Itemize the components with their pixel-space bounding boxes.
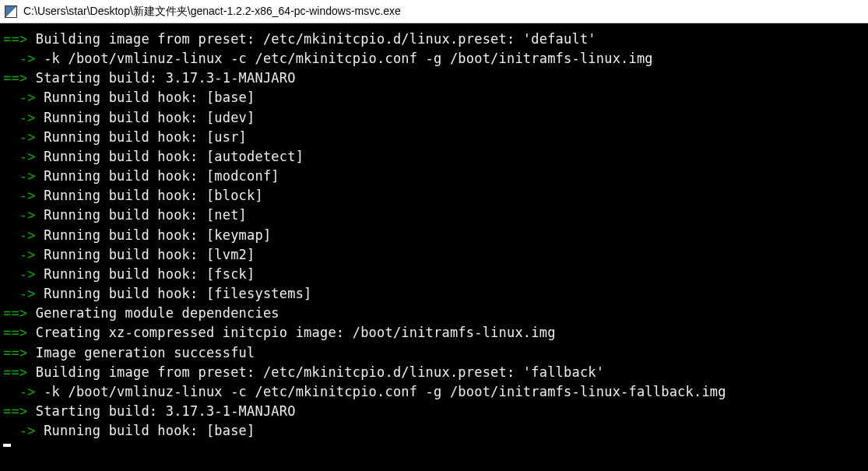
line-text: Running build hook: [net]	[36, 207, 247, 223]
line-prefix: ->	[3, 286, 36, 301]
line-prefix: ->	[3, 423, 36, 438]
terminal-line: -> -k /boot/vmlinuz-linux -c /etc/mkinit…	[3, 49, 865, 69]
line-text: -k /boot/vmlinuz-linux -c /etc/mkinitcpi…	[36, 51, 653, 66]
terminal-line: -> Running build hook: [net]	[3, 206, 865, 225]
line-prefix: ->	[3, 227, 36, 243]
line-text: Running build hook: [block]	[36, 188, 263, 203]
terminal-line: -> Running build hook: [usr]	[3, 128, 865, 147]
line-text: -k /boot/vmlinuz-linux -c /etc/mkinitcpi…	[36, 384, 726, 399]
line-text: Running build hook: [keymap]	[36, 227, 272, 243]
line-text: Creating xz-compressed initcpio image: /…	[27, 325, 555, 340]
terminal-line: ==> Generating module dependencies	[3, 304, 865, 323]
cursor	[3, 444, 11, 447]
terminal-output[interactable]: ==> Building image from preset: /etc/mki…	[0, 23, 868, 471]
terminal-line: -> Running build hook: [udev]	[3, 108, 865, 128]
line-prefix: ->	[3, 188, 36, 203]
line-prefix: ==>	[3, 325, 27, 340]
line-text: Running build hook: [fsck]	[36, 266, 255, 282]
line-text: Starting build: 3.17.3-1-MANJARO	[27, 403, 295, 419]
line-text: Running build hook: [udev]	[36, 110, 255, 125]
line-prefix: ==>	[3, 70, 27, 86]
terminal-line: -> Running build hook: [keymap]	[3, 226, 865, 245]
line-prefix: ==>	[3, 403, 27, 419]
line-text: Running build hook: [modconf]	[36, 168, 279, 184]
line-text: Building image from preset: /etc/mkinitc…	[27, 31, 596, 47]
line-prefix: ->	[3, 110, 36, 125]
line-prefix: ->	[3, 266, 36, 282]
line-prefix: ==>	[3, 345, 27, 360]
window-title: C:\Users\star\Desktop\新建文件夹\genact-1.2.2…	[23, 5, 401, 19]
terminal-line: -> Running build hook: [autodetect]	[3, 147, 865, 167]
line-text: Building image from preset: /etc/mkinitc…	[27, 364, 604, 380]
terminal-line: -> Running build hook: [modconf]	[3, 167, 865, 186]
terminal-line: -> Running build hook: [block]	[3, 186, 865, 206]
line-prefix: ->	[3, 90, 36, 105]
terminal-line: ==> Starting build: 3.17.3-1-MANJARO	[3, 402, 865, 421]
line-prefix: ==>	[3, 305, 27, 321]
terminal-line: ==> Building image from preset: /etc/mki…	[3, 363, 865, 382]
line-prefix: ->	[3, 384, 36, 399]
line-text: Generating module dependencies	[27, 305, 279, 321]
terminal-line: ==> Creating xz-compressed initcpio imag…	[3, 323, 865, 343]
terminal-line: -> Running build hook: [base]	[3, 88, 865, 107]
line-text: Starting build: 3.17.3-1-MANJARO	[27, 70, 295, 86]
terminal-line: -> -k /boot/vmlinuz-linux -c /etc/mkinit…	[3, 382, 865, 402]
line-prefix: ->	[3, 149, 36, 164]
line-text: Image generation successful	[27, 345, 255, 360]
terminal-line: -> Running build hook: [fsck]	[3, 265, 865, 284]
line-text: Running build hook: [filesystems]	[36, 286, 312, 301]
terminal-line: ==> Image generation successful	[3, 343, 865, 363]
line-text: Running build hook: [autodetect]	[36, 149, 304, 164]
window-titlebar[interactable]: C:\Users\star\Desktop\新建文件夹\genact-1.2.2…	[0, 0, 868, 23]
line-prefix: ==>	[3, 364, 27, 380]
line-text: Running build hook: [lvm2]	[36, 247, 255, 262]
line-prefix: ->	[3, 168, 36, 184]
line-prefix: ==>	[3, 31, 27, 47]
line-prefix: ->	[3, 247, 36, 262]
terminal-line: ==> Building image from preset: /etc/mki…	[3, 30, 865, 49]
terminal-line: -> Running build hook: [lvm2]	[3, 245, 865, 265]
terminal-line: ==> Starting build: 3.17.3-1-MANJARO	[3, 69, 865, 88]
line-text: Running build hook: [usr]	[36, 129, 247, 145]
terminal-line: -> Running build hook: [filesystems]	[3, 284, 865, 304]
line-prefix: ->	[3, 129, 36, 145]
line-text: Running build hook: [base]	[36, 423, 255, 438]
app-icon	[5, 5, 17, 18]
line-prefix: ->	[3, 207, 36, 223]
terminal-line: -> Running build hook: [base]	[3, 421, 865, 441]
line-text: Running build hook: [base]	[36, 90, 255, 105]
line-prefix: ->	[3, 51, 36, 66]
